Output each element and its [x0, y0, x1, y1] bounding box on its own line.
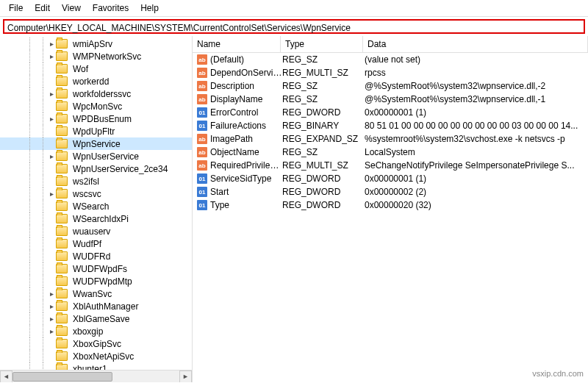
value-row[interactable]: abDisplayNameREG_SZ@%SystemRoot%\system3…: [193, 93, 588, 106]
tree-caret-icon[interactable]: ▸: [47, 327, 56, 335]
value-type: REG_EXPAND_SZ: [282, 134, 365, 144]
tree-item-label: WUDFRd: [71, 251, 112, 262]
tree-item-wpdupfltr[interactable]: WpdUpFltr: [0, 125, 192, 137]
value-row[interactable]: 01TypeREG_DWORD0x00000020 (32): [193, 198, 588, 212]
value-row[interactable]: abImagePathREG_EXPAND_SZ%systemroot%\sys…: [193, 132, 588, 146]
value-row[interactable]: abDescriptionREG_SZ@%SystemRoot%\system3…: [193, 79, 588, 93]
string-value-icon: ab: [196, 134, 209, 144]
folder-icon: [56, 39, 68, 49]
menu-favorites[interactable]: Favorites: [87, 1, 135, 15]
value-row[interactable]: abObjectNameREG_SZLocalSystem: [193, 146, 588, 159]
tree-item-wmiapsrv[interactable]: ▸wmiApSrv: [0, 37, 192, 50]
string-value-icon: ab: [196, 147, 209, 157]
tree-item-label: WSearchIdxPi: [71, 214, 131, 224]
tree-item-wudfwpdfs[interactable]: WUDFWpdFs: [0, 262, 192, 275]
menu-view[interactable]: View: [56, 1, 87, 15]
value-row[interactable]: abDependOnServiceREG_MULTI_SZrpcss: [193, 66, 588, 79]
hscroll-thumb[interactable]: [12, 372, 112, 382]
tree-caret-icon[interactable]: ▸: [47, 40, 56, 48]
folder-icon: [56, 164, 68, 173]
value-row[interactable]: 01ErrorControlREG_DWORD0x00000001 (1): [193, 106, 588, 119]
value-name: Start: [209, 187, 282, 197]
tree-item-xblauthmanager[interactable]: ▸XblAuthManager: [0, 300, 192, 312]
value-data: 0x00000002 (2): [365, 187, 588, 197]
value-data: %systemroot%\system32\svchost.exe -k net…: [365, 134, 588, 144]
menu-file[interactable]: File: [3, 1, 29, 15]
tree-item-wmpnetworksvc[interactable]: ▸WMPNetworkSvc: [0, 50, 192, 62]
tree-item-wudfrd[interactable]: WUDFRd: [0, 250, 192, 262]
value-type: REG_DWORD: [282, 107, 365, 118]
tree-caret-icon[interactable]: ▸: [47, 90, 56, 98]
tree-item-label: ws2ifsl: [71, 176, 101, 187]
folder-icon: [56, 114, 68, 124]
value-row[interactable]: ab(Default)REG_SZ(value not set): [193, 53, 588, 66]
value-type: REG_DWORD: [282, 173, 365, 184]
tree-item-wof[interactable]: Wof: [0, 62, 192, 75]
value-name: (Default): [209, 54, 282, 65]
tree-item-xboxnetapisvc[interactable]: XboxNetApiSvc: [0, 350, 192, 362]
header-type[interactable]: Type: [281, 36, 363, 52]
tree-item-xboxgipsvc[interactable]: XboxGipSvc: [0, 337, 192, 350]
value-data: @%SystemRoot%\system32\wpnservice.dll,-2: [365, 81, 588, 91]
value-type: REG_SZ: [282, 147, 365, 157]
tree-caret-icon[interactable]: ▸: [47, 52, 56, 60]
value-name: ErrorControl: [209, 107, 282, 118]
folder-icon: [56, 151, 68, 161]
value-type: REG_SZ: [282, 54, 365, 65]
tree-caret-icon[interactable]: ▸: [47, 290, 56, 298]
folder-icon: [56, 176, 68, 186]
tree-item-wscsvc[interactable]: ▸wscsvc: [0, 187, 192, 200]
tree-item-wsearch[interactable]: WSearch: [0, 200, 192, 212]
tree-item-label: XboxNetApiSvc: [71, 351, 136, 362]
binary-value-icon: 01: [196, 173, 209, 184]
hscroll-left-button[interactable]: ◄: [0, 371, 12, 383]
tree-item-ws2ifsl[interactable]: ws2ifsl: [0, 175, 192, 187]
folder-icon: [56, 64, 68, 74]
value-row[interactable]: abRequiredPrivileg...REG_MULTI_SZSeChang…: [193, 159, 588, 172]
value-type: REG_MULTI_SZ: [282, 68, 365, 78]
tree-caret-icon[interactable]: ▸: [47, 302, 56, 310]
menu-edit[interactable]: Edit: [29, 1, 56, 15]
tree-hscrollbar[interactable]: ◄ ►: [0, 370, 192, 382]
value-row[interactable]: 01FailureActionsREG_BINARY80 51 01 00 00…: [193, 119, 588, 132]
folder-icon: [56, 264, 68, 273]
tree-item-wwansvc[interactable]: ▸WwanSvc: [0, 287, 192, 300]
value-row[interactable]: 01StartREG_DWORD0x00000002 (2): [193, 185, 588, 198]
tree-item-workerdd[interactable]: workerdd: [0, 75, 192, 87]
tree-item-label: XblGameSave: [71, 314, 132, 324]
tree-item-wpnuserservice_2ce34[interactable]: WpnUserService_2ce34: [0, 162, 192, 175]
tree-item-wuauserv[interactable]: wuauserv: [0, 225, 192, 237]
folder-icon: [56, 251, 68, 261]
folder-icon: [56, 314, 68, 323]
tree-item-wpcmonsvc[interactable]: WpcMonSvc: [0, 100, 192, 112]
tree-item-workfolderssvc[interactable]: ▸workfolderssvc: [0, 87, 192, 100]
value-type: REG_SZ: [282, 81, 365, 91]
folder-icon: [56, 189, 68, 198]
value-data: (value not set): [365, 54, 588, 65]
menu-help[interactable]: Help: [135, 1, 165, 15]
tree-item-wpdbusenum[interactable]: ▸WPDBusEnum: [0, 112, 192, 125]
value-row[interactable]: 01ServiceSidTypeREG_DWORD0x00000001 (1): [193, 172, 588, 185]
value-name: ObjectName: [209, 147, 282, 157]
menubar: File Edit View Favorites Help: [0, 0, 588, 17]
header-name[interactable]: Name: [193, 36, 281, 52]
tree-caret-icon[interactable]: ▸: [47, 315, 56, 323]
header-data[interactable]: Data: [363, 36, 588, 52]
hscroll-track[interactable]: [12, 371, 179, 383]
address-bar[interactable]: Computer\HKEY_LOCAL_MACHINE\SYSTEM\Curre…: [3, 19, 585, 34]
tree-item-wudfpf[interactable]: WudfPf: [0, 237, 192, 250]
tree-item-wsearchidxpi[interactable]: WSearchIdxPi: [0, 212, 192, 225]
hscroll-right-button[interactable]: ►: [179, 371, 192, 383]
value-type: REG_MULTI_SZ: [282, 160, 365, 171]
tree-caret-icon[interactable]: ▸: [47, 152, 56, 160]
tree-caret-icon[interactable]: ▸: [47, 190, 56, 198]
tree-item-wpnuserservice[interactable]: ▸WpnUserService: [0, 150, 192, 162]
tree-caret-icon[interactable]: ▸: [47, 115, 56, 123]
tree-item-wudfwpdmtp[interactable]: WUDFWpdMtp: [0, 275, 192, 287]
folder-icon: [56, 89, 68, 99]
tree-item-label: WMPNetworkSvc: [71, 51, 143, 62]
tree-item-xboxgip[interactable]: ▸xboxgip: [0, 325, 192, 337]
tree-item-xblgamesave[interactable]: ▸XblGameSave: [0, 312, 192, 325]
tree-item-label: WudfPf: [71, 239, 104, 249]
tree-item-wpnservice[interactable]: WpnService: [0, 137, 192, 150]
